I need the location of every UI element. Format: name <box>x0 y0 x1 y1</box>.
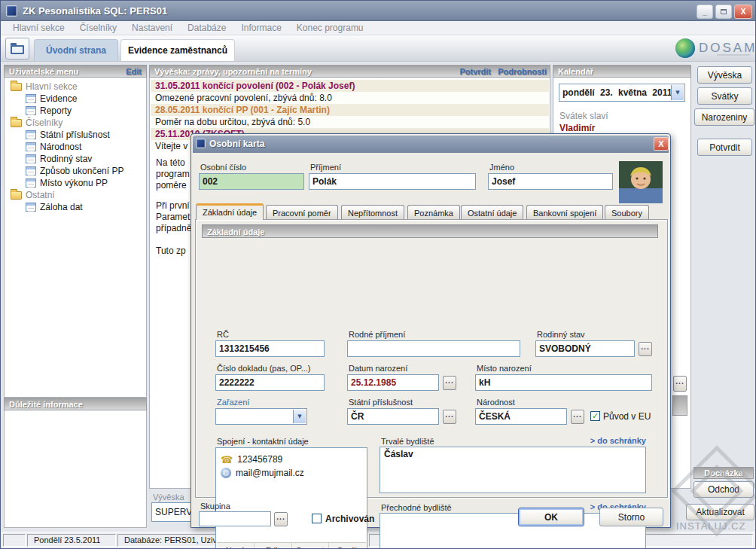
birth-date-picker-button[interactable]: ... <box>443 376 456 390</box>
svatky-button[interactable]: Svátky <box>697 87 752 105</box>
message-title[interactable]: 31.05.2011 končící povolení (002 - Polák… <box>151 80 549 92</box>
tab-uvodni-strana[interactable]: Úvodní strana <box>34 39 118 61</box>
tab-row: Úvodní strana Evidence zaměstnanců <box>1 35 755 62</box>
tree-item-statni-prislusnost[interactable]: Státní příslušnost <box>26 129 110 141</box>
menu-nastaveni[interactable]: Nastavení <box>124 23 180 33</box>
personal-number-field[interactable]: 002 <box>199 173 304 190</box>
tab-evidence-zamestnancu[interactable]: Evidence zaměstnanců <box>120 39 235 61</box>
tab-poznamka[interactable]: Poznámka <box>407 205 460 220</box>
ok-button[interactable]: OK <box>518 508 584 526</box>
citizenship-picker-button[interactable]: ... <box>443 410 456 424</box>
menu-databaze[interactable]: Databáze <box>180 23 233 33</box>
contact-row[interactable]: ☎ 123456789 <box>216 453 367 466</box>
maximize-button[interactable] <box>715 5 732 19</box>
marital-status-field[interactable]: SVOBODNÝ <box>535 340 635 357</box>
welcome-text-line: program <box>156 169 190 179</box>
welcome-text-line: Při první <box>156 200 190 211</box>
group-picker-button[interactable]: ... <box>274 512 288 526</box>
tab-soubory[interactable]: Soubory <box>605 205 649 220</box>
personal-number-label: Osobní číslo <box>200 163 246 172</box>
tree-item-reporty[interactable]: Reporty <box>26 105 72 117</box>
archived-label: Archivován <box>325 514 374 524</box>
ellipsis-button[interactable]: ... <box>673 376 687 392</box>
rc-field[interactable]: 1313215456 <box>215 340 325 357</box>
tree-item-rodinny-stav[interactable]: Rodinný stav <box>26 153 92 165</box>
tab-ostatni-udaje[interactable]: Ostatní údaje <box>461 205 523 220</box>
menu-ciselniky[interactable]: Číselníky <box>72 23 124 33</box>
important-info-panel <box>4 410 147 528</box>
contact-edit-button[interactable]: Edit <box>255 543 292 549</box>
vyveska-button[interactable]: Vývěska <box>697 66 752 84</box>
surname-field[interactable]: Polák <box>309 173 476 190</box>
document-number-field[interactable]: 2222222 <box>215 374 325 391</box>
close-button[interactable]: X <box>734 5 752 19</box>
contact-delete-button[interactable]: Smazat <box>292 543 330 549</box>
nationality-picker-button[interactable]: ... <box>571 410 584 424</box>
dialog-close-button[interactable]: X <box>654 137 669 151</box>
menu-konec-programu[interactable]: Konec programu <box>289 23 371 33</box>
date-picker[interactable]: pondělí 23. května 2011 ▼ <box>559 84 685 102</box>
birth-date-field[interactable]: 25.12.1985 <box>347 374 439 391</box>
archived-checkbox[interactable] <box>312 514 322 523</box>
chevron-down-icon[interactable]: ▼ <box>671 85 684 100</box>
message-title[interactable]: 28.05.2011 končící PP (001 - Zajíc Marti… <box>151 104 549 116</box>
tree-folder-hlavni-sekce[interactable]: Hlavní sekce <box>11 81 78 93</box>
menu-hlavni-sekce[interactable]: Hlavní sekce <box>5 23 72 33</box>
tab-nepritomnost[interactable]: Nepřítomnost <box>341 205 404 220</box>
tree-item-evidence[interactable]: Evidence <box>26 93 77 105</box>
permanent-address-field[interactable]: Čáslav <box>380 447 646 493</box>
contacts-toolbar: Nový Edit Smazat Spojit <box>217 542 366 549</box>
dialog-icon <box>196 139 206 148</box>
contacts-label: Spojení - kontaktní údaje <box>217 437 309 446</box>
menu-bar: Hlavní sekce Číselníky Nastavení Databáz… <box>1 21 755 35</box>
message-body: Omezené pracovní povolení, zbývá dnů: 8.… <box>151 92 549 104</box>
firstname-label: Jméno <box>489 163 514 172</box>
permanent-address-copy-link[interactable]: > do schránky <box>584 436 646 445</box>
birth-surname-field[interactable] <box>347 340 520 357</box>
calendar-header: Kalendář <box>553 65 691 78</box>
panel-header-fragment <box>672 395 687 416</box>
group-field[interactable] <box>199 511 271 526</box>
menu-informace[interactable]: Informace <box>233 23 288 33</box>
tree-folder-ciselniky[interactable]: Číselníky <box>11 117 62 129</box>
home-toolbar-button[interactable] <box>5 38 29 59</box>
birth-place-field[interactable]: kH <box>475 374 652 391</box>
chevron-down-icon[interactable]: ▼ <box>293 410 306 423</box>
citizenship-field[interactable]: ČR <box>347 408 439 425</box>
odchod-button[interactable]: Odchod <box>694 481 754 498</box>
nationality-field[interactable]: ČESKÁ <box>475 408 567 425</box>
tree-folder-ostatni[interactable]: Ostatní <box>11 189 55 201</box>
tree-item-zaloha-dat[interactable]: Záloha dat <box>26 201 83 213</box>
eu-origin-checkbox[interactable]: ✓ <box>590 411 600 421</box>
minimize-button[interactable]: _ <box>697 5 713 19</box>
contact-join-button[interactable]: Spojit <box>329 543 366 549</box>
tab-zakladni-udaje[interactable]: Základní údaje <box>196 203 264 220</box>
dialog-title-bar[interactable]: Osobní karta X <box>193 136 669 153</box>
edit-link[interactable]: Edit <box>126 66 142 78</box>
rc-label: RČ <box>217 330 229 339</box>
important-info-title: Důležité informace <box>9 400 83 409</box>
firstname-field[interactable]: Josef <box>488 173 613 190</box>
board-details-link[interactable]: Podrobnosti <box>498 66 547 78</box>
form-icon <box>26 94 36 103</box>
user-menu-header: Uživatelské menu Edit <box>4 65 147 78</box>
welcome-text-line: Na této <box>156 157 185 168</box>
storno-button[interactable]: Storno <box>599 508 663 526</box>
tree-item-misto-vykonu-pp[interactable]: Místo výkonu PP <box>26 177 108 189</box>
potvrdit-button[interactable]: Potvrdit <box>697 139 752 156</box>
tab-bankovni-spojeni[interactable]: Bankovní spojení <box>526 205 603 220</box>
document-number-label: Číslo dokladu (pas, OP...) <box>217 364 311 373</box>
contact-new-button[interactable]: Nový <box>217 543 255 549</box>
tab-pracovni-pomer[interactable]: Pracovní poměr <box>266 205 338 220</box>
tree-item-narodnost[interactable]: Národnost <box>26 141 81 153</box>
tree-item-zpusob-ukonceni-pp[interactable]: Způsob ukončení PP <box>26 165 123 177</box>
contacts-listbox[interactable]: ☎ 123456789 @ mail@mujmail.cz Nový Edit … <box>215 447 367 549</box>
narozeniny-button[interactable]: Narozeniny <box>694 108 754 126</box>
welcome-text-line: Paramet <box>156 212 190 222</box>
marital-status-picker-button[interactable]: ... <box>639 342 652 356</box>
position-select[interactable]: ▼ <box>215 408 307 425</box>
contact-row[interactable]: @ mail@mujmail.cz <box>216 466 367 480</box>
board-confirm-link[interactable]: Potvrdit <box>459 66 491 78</box>
aktualizovat-button[interactable]: Aktualizovat <box>686 504 754 520</box>
position-label: Zařazení <box>217 398 249 407</box>
